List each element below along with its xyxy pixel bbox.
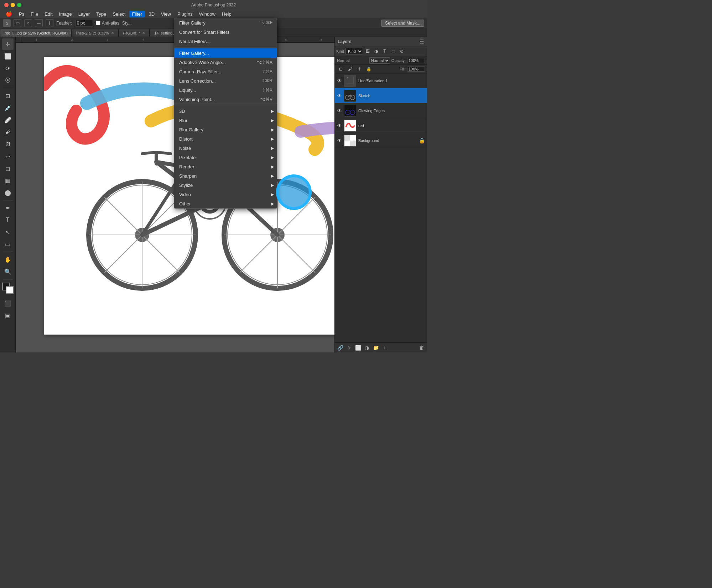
tab-close-1[interactable]: ✕ [111, 31, 114, 35]
layer-item-sketch[interactable]: 👁 Sketch [335, 88, 427, 103]
eyedropper-tool[interactable]: 💉 [2, 102, 14, 114]
fill-input[interactable] [407, 67, 425, 72]
camera-raw-filter[interactable]: Camera Raw Filter... ⇧⌘A [174, 67, 277, 76]
stamp-tool[interactable]: 🖹 [2, 138, 14, 150]
convert-smart-filters[interactable]: Convert for Smart Filters [174, 27, 277, 37]
feather-input[interactable] [75, 20, 93, 26]
menu-window[interactable]: Window [196, 11, 218, 17]
layer-text-filter[interactable]: T [381, 47, 389, 55]
marquee-single-row[interactable]: — [35, 19, 43, 27]
minimize-button[interactable] [11, 3, 15, 7]
anti-alias-checkbox[interactable] [96, 21, 100, 25]
layer-vis-hue-sat[interactable]: 👁 [337, 78, 342, 83]
layer-vis-glow[interactable]: 👁 [337, 108, 342, 113]
layer-item-hue-sat[interactable]: 👁 ⬛ Hue/Saturation 1 [335, 73, 427, 88]
tab-1[interactable]: lines-2.ai @ 8.33% ✕ [71, 29, 119, 37]
history-tool[interactable]: ⮐ [2, 151, 14, 162]
shape-tool[interactable]: ▭ [2, 238, 14, 250]
menu-image[interactable]: Image [56, 11, 75, 17]
adjustment-layer-btn[interactable]: ◑ [363, 344, 371, 352]
marquee-tool[interactable]: ⬜ [2, 51, 14, 62]
filter-stylize[interactable]: Stylize ▶ [174, 180, 277, 190]
menu-type[interactable]: Type [93, 11, 109, 17]
tab-2[interactable]: (RGB/8) * ✕ [119, 29, 150, 37]
layer-shape-filter[interactable]: ▭ [389, 47, 397, 55]
new-layer-btn[interactable]: + [381, 344, 389, 352]
vanishing-point[interactable]: Vanishing Point... ⌥⌘V [174, 95, 277, 104]
filter-blur-gallery[interactable]: Blur Gallery ▶ [174, 125, 277, 134]
menu-view[interactable]: View [158, 11, 174, 17]
layer-adjust-filter[interactable]: ◑ [372, 47, 380, 55]
neural-filters[interactable]: Neural Filters... [174, 37, 277, 46]
quick-select-tool[interactable]: ⦿ [2, 75, 14, 86]
filter-gallery-main[interactable]: Filter Gallery... [174, 48, 277, 58]
filter-blur[interactable]: Blur ▶ [174, 116, 277, 125]
menu-file[interactable]: File [28, 11, 41, 17]
gradient-tool[interactable]: ▦ [2, 175, 14, 186]
layer-effects-btn[interactable]: fx [345, 344, 353, 352]
hand-tool[interactable]: ✋ [2, 254, 14, 265]
maximize-button[interactable] [17, 3, 21, 7]
color-swatches[interactable] [2, 283, 14, 294]
marquee-single-col[interactable]: | [46, 19, 53, 27]
text-tool[interactable]: T [2, 214, 14, 226]
layer-item-red[interactable]: 👁 red [335, 118, 427, 133]
menu-edit[interactable]: Edit [42, 11, 55, 17]
link-layers-btn[interactable]: 🔗 [336, 344, 344, 352]
menu-help[interactable]: Help [219, 11, 234, 17]
layer-vis-bg[interactable]: 👁 [337, 138, 342, 143]
tab-close-2[interactable]: ✕ [142, 31, 145, 35]
menu-select[interactable]: Select [110, 11, 128, 17]
layer-vis-sketch[interactable]: 👁 [337, 93, 342, 98]
filter-other[interactable]: Other ▶ [174, 199, 277, 208]
layer-pixel-filter[interactable]: 🖼 [364, 47, 371, 55]
layer-item-bg[interactable]: 👁 Background 🔒 [335, 133, 427, 148]
layer-smartobj-filter[interactable]: ⊙ [398, 47, 406, 55]
crop-tool[interactable]: ⊡ [2, 90, 14, 101]
dodge-tool[interactable]: ⬤ [2, 187, 14, 198]
adaptive-wide-angle[interactable]: Adaptive Wide Angle... ⌥⇧⌘A [174, 58, 277, 67]
menu-plugins[interactable]: Plugins [175, 11, 196, 17]
group-layers-btn[interactable]: 📁 [372, 344, 380, 352]
layer-mask-btn[interactable]: ⬜ [354, 344, 362, 352]
filter-render[interactable]: Render ▶ [174, 162, 277, 171]
filter-3d[interactable]: 3D ▶ [174, 106, 277, 116]
zoom-tool[interactable]: 🔍 [2, 266, 14, 277]
lock-all-btn[interactable]: 🔒 [365, 65, 373, 73]
filter-sharpen[interactable]: Sharpen ▶ [174, 171, 277, 180]
lens-correction[interactable]: Lens Correction... ⇧⌘R [174, 76, 277, 85]
delete-layer-btn[interactable]: 🗑 [418, 344, 426, 352]
menu-layer[interactable]: Layer [76, 11, 93, 17]
layer-kind-select[interactable]: Kind [345, 48, 363, 55]
pen-tool[interactable]: ✒ [2, 202, 14, 214]
screen-mode-tool[interactable]: ▣ [2, 310, 14, 321]
brush-tool[interactable]: 🖌 [2, 126, 14, 138]
liquify[interactable]: Liquify... ⇧⌘X [174, 85, 277, 95]
menu-ps[interactable]: Ps [16, 11, 27, 17]
filter-gallery-top[interactable]: Filter Gallery ⌥⌘F [174, 18, 277, 27]
lock-position-btn[interactable]: ✛ [355, 65, 363, 73]
move-tool[interactable]: ✛ [2, 38, 14, 50]
tab-0[interactable]: red_l...jpg @ 52% (Sketch, RGB/8#) ✕ [0, 29, 71, 37]
layer-item-glow[interactable]: 👁 Glowing Edges [335, 103, 427, 118]
heal-tool[interactable]: 🩹 [2, 114, 14, 126]
opacity-input[interactable] [407, 58, 425, 63]
apple-menu[interactable]: 🍎 [3, 10, 15, 18]
select-mask-button[interactable]: Select and Mask... [381, 20, 424, 27]
marquee-tool-rect[interactable]: ▭ [14, 19, 21, 27]
menu-3d[interactable]: 3D [146, 11, 157, 17]
layer-vis-red[interactable]: 👁 [337, 123, 342, 128]
filter-noise[interactable]: Noise ▶ [174, 143, 277, 153]
lasso-tool[interactable]: ⟳ [2, 63, 14, 74]
lock-transparent-btn[interactable]: ⊡ [337, 65, 345, 73]
lock-image-btn[interactable]: 🖌 [346, 65, 354, 73]
panel-menu-icon[interactable]: ☰ [420, 39, 424, 44]
filter-pixelate[interactable]: Pixelate ▶ [174, 153, 277, 162]
home-button[interactable]: ⌂ [3, 19, 11, 27]
eraser-tool[interactable]: ◻ [2, 163, 14, 174]
blend-mode-select[interactable]: Normal [369, 57, 390, 64]
marquee-tool-round[interactable]: ○ [24, 19, 32, 27]
quick-mask-tool[interactable]: ⬛ [2, 298, 14, 309]
filter-video[interactable]: Video ▶ [174, 190, 277, 199]
path-select-tool[interactable]: ↖ [2, 226, 14, 238]
